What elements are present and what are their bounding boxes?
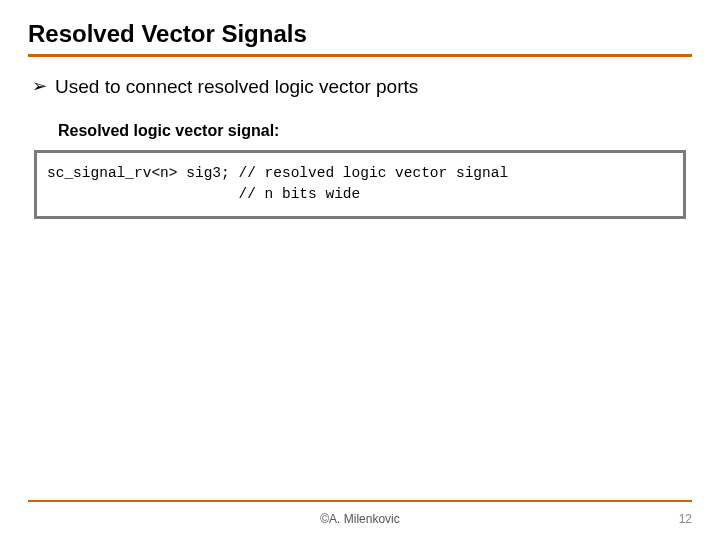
slide-container: Resolved Vector Signals ➢ Used to connec…: [0, 0, 720, 540]
slide-title: Resolved Vector Signals: [28, 20, 692, 48]
footer-page-number: 12: [668, 512, 692, 526]
subheading: Resolved logic vector signal:: [58, 122, 692, 140]
footer: ©A. Milenkovic 12: [28, 500, 692, 526]
footer-line: [28, 500, 692, 502]
bullet-row: ➢ Used to connect resolved logic vector …: [28, 75, 692, 100]
footer-author: ©A. Milenkovic: [52, 512, 668, 526]
title-underline: [28, 54, 692, 57]
bullet-text: Used to connect resolved logic vector po…: [55, 75, 418, 100]
arrow-bullet-icon: ➢: [32, 75, 47, 98]
footer-content: ©A. Milenkovic 12: [28, 512, 692, 526]
code-block: sc_signal_rv<n> sig3; // resolved logic …: [34, 150, 686, 220]
